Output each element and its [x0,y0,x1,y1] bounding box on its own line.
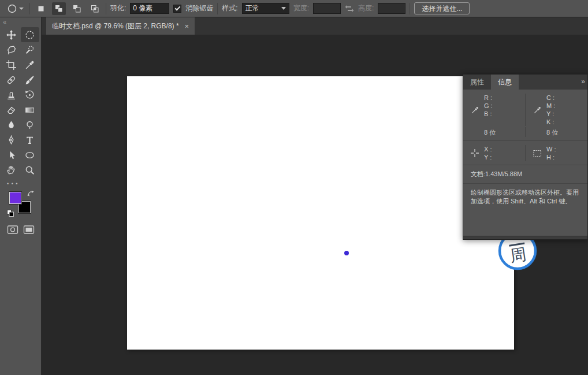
zoom-icon [25,165,35,175]
double-chevron-right-icon[interactable]: » [581,77,585,86]
anti-alias-checkbox[interactable] [173,5,181,13]
double-chevron-left-icon: « [3,18,6,25]
gradient-tool[interactable] [21,102,39,117]
tab-properties[interactable]: 属性 [463,75,491,90]
lasso-tool[interactable] [2,42,21,57]
intersect-selection-button[interactable] [88,2,102,15]
eyedropper-tool[interactable] [21,57,39,72]
document-tab-bar: 临时文档.psd @ 79.6% (图层 2, RGB/8) * × [42,17,588,35]
toolbar-bottom [0,218,41,235]
healing-brush-tool[interactable] [2,72,21,87]
tools-grid [0,27,41,177]
painted-dot [344,251,349,255]
r-label: R : [484,94,493,102]
ellipse-shape-icon [25,150,35,160]
screen-mode-icon[interactable] [23,225,35,235]
swap-dimensions-icon[interactable] [345,5,354,13]
options-bar: 羽化: 消除锯齿 样式: 正常 宽度: 高度: 选择并遮住... [0,0,588,17]
zoom-tool[interactable] [21,162,39,177]
cmyk-bit-depth: 8 位 [525,127,587,137]
position-size-section: X : Y : W : H : [463,141,587,165]
panel-resize-handle[interactable] [463,236,587,239]
subtract-selection-button[interactable] [70,2,84,15]
document-size-info: 文档:1.43M/5.88M [463,165,587,184]
quick-mask-icon[interactable] [7,225,18,235]
color-readout-section: R : G : B : C : M : Y : K : 8 位 8 位 [463,90,587,141]
info-panel: 属性 信息 » R : G : B : C : [463,74,588,240]
chevron-down-icon [281,7,286,10]
eraser-icon [6,105,16,115]
type-icon [25,135,35,145]
tool-hint-line2: 加选项，使用 Shift、Alt 和 Ctrl 键。 [471,197,580,206]
style-label: 样式: [222,3,237,13]
foreground-color-swatch[interactable] [9,192,21,204]
clone-stamp-icon [6,90,16,100]
edit-toolbar-button[interactable]: • • • [0,177,41,187]
toolbar-collapse[interactable]: « [0,17,41,27]
rgb-readout: R : G : B : [463,94,525,126]
new-selection-button[interactable] [34,2,48,15]
dodge-icon [25,120,35,130]
elliptical-marquee-icon [6,3,18,14]
selection-rect-icon [533,150,542,157]
m-label: M : [546,102,555,110]
style-value: 正常 [245,3,259,13]
separator [29,3,30,14]
quick-selection-tool[interactable] [21,42,39,57]
dodge-tool[interactable] [21,117,39,132]
panel-header: 属性 信息 » [463,75,587,90]
x-label: X : [484,145,492,153]
gradient-icon [25,105,35,115]
elliptical-marquee-icon [25,30,35,40]
width-input[interactable] [313,3,341,14]
lasso-icon [6,45,16,55]
pen-tool[interactable] [2,132,21,147]
brush-tool[interactable] [21,72,39,87]
width-label: 宽度: [293,3,309,13]
feather-input[interactable] [130,3,169,14]
g-label: G : [484,102,493,110]
elliptical-marquee-tool[interactable] [21,27,39,42]
eyedropper-icon [471,106,479,114]
eraser-tool[interactable] [2,102,21,117]
add-selection-icon [54,4,64,13]
type-tool[interactable] [21,132,39,147]
y-label: Y : [546,110,555,118]
swap-colors-icon[interactable] [27,190,35,197]
separator [106,3,106,14]
select-and-mask-button[interactable]: 选择并遮住... [414,2,470,14]
clone-stamp-tool[interactable] [2,87,21,102]
c-label: C : [546,94,555,102]
close-icon[interactable]: × [185,23,189,30]
style-dropdown[interactable]: 正常 [242,3,289,14]
document-tab[interactable]: 临时文档.psd @ 79.6% (图层 2, RGB/8) * × [46,17,195,35]
tab-info[interactable]: 信息 [491,75,519,90]
crop-tool[interactable] [2,57,21,72]
pen-icon [6,135,16,145]
tool-hint-line1: 绘制椭圆形选区或移动选区外框。要用 [471,188,580,197]
crop-icon [6,60,16,70]
height-input[interactable] [378,3,405,14]
move-tool[interactable] [2,27,21,42]
history-brush-tool[interactable] [21,87,39,102]
document-tab-title: 临时文档.psd @ 79.6% (图层 2, RGB/8) * [52,21,179,31]
w-label: W : [546,145,556,153]
blur-tool[interactable] [2,117,21,132]
separator [217,3,218,14]
b-label: B : [484,110,493,118]
anti-alias-label: 消除锯齿 [185,3,213,13]
path-selection-tool[interactable] [2,147,21,162]
document-canvas[interactable]: 周 [127,76,514,350]
selection-size: W : H : [525,145,587,161]
healing-brush-icon [6,75,16,85]
default-colors-icon[interactable] [7,210,14,217]
blur-drop-icon [6,120,16,130]
eyedropper-icon [25,60,35,70]
add-selection-button[interactable] [52,2,66,15]
hand-icon [6,165,16,175]
hand-tool[interactable] [2,162,21,177]
ellipse-shape-tool[interactable] [21,147,39,162]
path-selection-icon [6,150,16,160]
chevron-down-icon [19,8,24,10]
tool-preset-picker[interactable] [5,2,25,16]
